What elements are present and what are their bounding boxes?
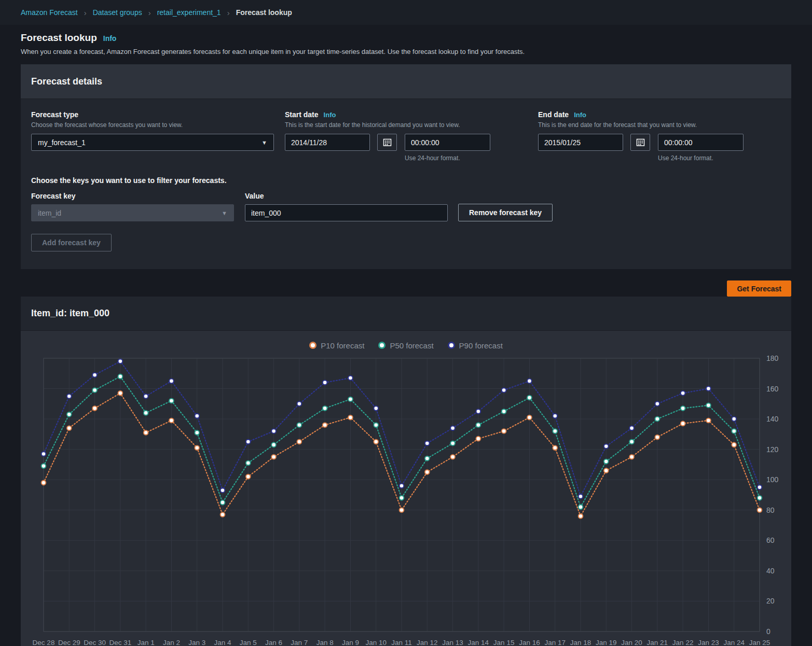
data-point-p90 (42, 452, 46, 456)
x-axis-label: Jan 12 (417, 639, 438, 646)
data-point-p50 (374, 423, 378, 428)
forecast-chart-svg: Dec 28Dec 29Dec 30Dec 31Jan 1Jan 2Jan 3J… (21, 353, 791, 646)
y-axis-label: 160 (766, 385, 779, 393)
end-time-input[interactable] (658, 134, 744, 151)
data-point-p50 (476, 423, 481, 428)
forecast-details-title: Forecast details (31, 76, 102, 87)
data-point-p90 (297, 402, 302, 406)
x-axis-label: Jan 13 (442, 639, 463, 646)
forecast-type-select[interactable]: my_forecast_1 ▼ (31, 134, 274, 151)
legend-item-p90[interactable]: P90 forecast (448, 341, 503, 350)
breadcrumb-separator-icon: › (148, 8, 151, 17)
x-axis-label: Jan 8 (316, 639, 334, 646)
data-point-p50 (629, 440, 634, 444)
chart-body: P10 forecastP50 forecastP90 forecast Dec… (21, 331, 791, 646)
data-point-p50 (655, 417, 660, 422)
data-point-p10 (169, 418, 174, 423)
data-point-p10 (450, 455, 455, 459)
data-point-p50 (732, 429, 736, 433)
data-point-p10 (297, 440, 302, 444)
page-header: Forecast lookup Info When you create a f… (0, 25, 812, 55)
legend-label: P10 forecast (321, 341, 364, 350)
data-point-p50 (323, 406, 327, 411)
data-point-p90 (450, 426, 455, 430)
forecast-result-panel: Item_id: item_000 P10 forecastP50 foreca… (21, 297, 791, 646)
data-point-p90 (681, 391, 685, 396)
breadcrumb-separator-icon: › (84, 8, 87, 17)
data-point-p90 (706, 386, 711, 391)
breadcrumb-link-dataset-groups[interactable]: Dataset groups (93, 8, 142, 17)
data-point-p10 (553, 445, 557, 450)
data-point-p50 (195, 430, 199, 435)
data-point-p10 (732, 443, 736, 447)
legend-item-p50[interactable]: P50 forecast (378, 341, 433, 350)
forecast-details-body: Forecast type Choose the forecast whose … (21, 99, 791, 269)
data-point-p10 (42, 481, 46, 485)
breadcrumb-link-dataset-group[interactable]: retail_experiment_1 (157, 8, 221, 17)
breadcrumb-link-amazon-forecast[interactable]: Amazon Forecast (21, 8, 78, 17)
data-point-p10 (144, 430, 148, 435)
data-point-p50 (42, 464, 46, 469)
data-point-p50 (553, 429, 557, 433)
start-date-description: This is the start date for the historica… (285, 121, 490, 129)
end-time-hint: Use 24-hour format. (658, 155, 744, 162)
add-forecast-key-button: Add forecast key (31, 234, 112, 251)
data-point-p10 (323, 423, 327, 428)
end-date-info-link[interactable]: Info (574, 111, 586, 119)
data-point-p10 (502, 429, 506, 433)
end-date-calendar-button[interactable] (630, 134, 650, 151)
legend-label: P90 forecast (459, 341, 503, 350)
data-point-p90 (502, 388, 506, 392)
data-point-p10 (67, 426, 72, 430)
data-point-p10 (706, 418, 711, 423)
x-axis-label: Jan 24 (723, 639, 745, 646)
legend-item-p10[interactable]: P10 forecast (309, 341, 364, 350)
data-point-p10 (527, 415, 532, 420)
start-date-calendar-button[interactable] (377, 134, 397, 151)
forecast-details-header: Forecast details (21, 64, 791, 99)
x-axis-label: Jan 22 (672, 639, 694, 646)
data-point-p90 (348, 376, 353, 381)
x-axis-label: Dec 30 (84, 639, 106, 646)
x-axis-label: Jan 18 (570, 639, 591, 646)
data-point-p90 (655, 402, 660, 406)
x-axis-label: Jan 5 (240, 639, 257, 646)
x-axis-label: Dec 28 (33, 639, 55, 646)
start-date-input[interactable] (285, 134, 370, 151)
y-axis-label: 40 (766, 567, 775, 575)
y-axis-label: 20 (766, 597, 775, 605)
data-point-p10 (579, 514, 583, 518)
data-point-p10 (271, 455, 276, 459)
start-time-input[interactable] (405, 134, 490, 151)
data-point-p50 (118, 374, 123, 379)
get-forecast-button[interactable]: Get Forecast (727, 280, 791, 297)
data-point-p50 (297, 423, 302, 428)
value-input[interactable] (245, 204, 448, 221)
page-info-link[interactable]: Info (103, 34, 117, 43)
end-date-input[interactable] (538, 134, 623, 151)
data-point-p10 (681, 422, 685, 426)
x-axis-label: Dec 29 (58, 639, 80, 646)
result-panel-title: Item_id: item_000 (31, 308, 109, 319)
data-point-p50 (144, 411, 148, 415)
y-axis-label: 140 (766, 415, 779, 423)
data-point-p90 (400, 484, 404, 488)
remove-forecast-key-button[interactable]: Remove forecast key (458, 204, 553, 221)
data-point-p50 (450, 441, 455, 446)
y-axis-label: 100 (766, 475, 779, 484)
x-axis-label: Jan 11 (391, 639, 412, 646)
forecast-details-panel: Forecast details Forecast type Choose th… (21, 64, 791, 269)
forecast-type-label: Forecast type (31, 110, 274, 119)
data-point-p10 (655, 435, 660, 440)
data-point-p90 (195, 414, 199, 418)
start-date-info-link[interactable]: Info (324, 111, 336, 119)
data-point-p10 (118, 391, 123, 396)
start-time-hint: Use 24-hour format. (405, 155, 490, 162)
calendar-icon (636, 138, 645, 147)
result-panel-header: Item_id: item_000 (21, 297, 791, 331)
chart-legend: P10 forecastP50 forecastP90 forecast (21, 338, 791, 353)
data-point-p10 (195, 445, 199, 450)
data-point-p50 (502, 409, 506, 414)
data-point-p90 (629, 426, 634, 430)
value-label: Value (245, 192, 448, 200)
